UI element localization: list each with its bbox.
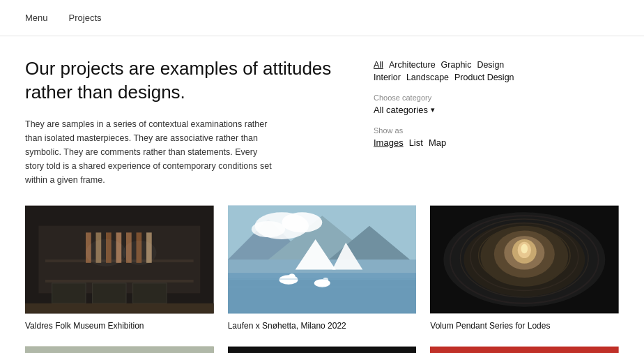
- menu-button[interactable]: Menu: [25, 13, 48, 23]
- svg-rect-3: [45, 280, 194, 283]
- gallery-section: Valdres Folk Museum Exhibition: [0, 187, 644, 353]
- gallery-item-4[interactable]: [25, 345, 214, 353]
- chevron-down-icon: ▾: [431, 105, 435, 114]
- gallery-grid-row2: [25, 345, 619, 353]
- filter-tag-all[interactable]: All: [374, 60, 383, 70]
- main-section: Our projects are examples of attitudes r…: [0, 36, 644, 187]
- category-label: Choose category: [374, 93, 527, 102]
- category-select-text[interactable]: All categories: [374, 105, 428, 115]
- svg-rect-61: [430, 346, 619, 353]
- svg-rect-33: [228, 278, 417, 280]
- gallery-item-3[interactable]: Volum Pendant Series for Lodes: [430, 204, 619, 331]
- gallery-image-1: [25, 204, 214, 315]
- svg-rect-14: [25, 303, 214, 313]
- gallery-item-5[interactable]: [228, 345, 417, 353]
- view-label: Show as: [374, 126, 527, 135]
- view-options: Images List Map: [374, 137, 527, 148]
- filter-tag-product-design[interactable]: Product Design: [454, 73, 514, 82]
- filter-tag-interior[interactable]: Interior: [374, 73, 401, 82]
- gallery-item-2[interactable]: Laufen x Snøhetta, Milano 2022: [228, 204, 417, 331]
- gallery-caption-1: Valdres Folk Museum Exhibition: [25, 321, 214, 331]
- svg-rect-56: [228, 346, 417, 353]
- gallery-image-6: [430, 345, 619, 353]
- svg-rect-26: [228, 273, 417, 278]
- gallery-image-2: [228, 204, 417, 315]
- filter-sidebar: All Architecture Graphic Design Interior…: [374, 57, 527, 187]
- svg-point-15: [86, 239, 126, 266]
- gallery-image-4: [25, 345, 214, 353]
- filter-tag-landscape[interactable]: Landscape: [406, 73, 449, 82]
- view-option-map[interactable]: Map: [429, 137, 446, 148]
- filter-tag-architecture[interactable]: Architecture: [389, 60, 436, 70]
- view-option-list[interactable]: List: [409, 137, 423, 148]
- hero-description: They are samples in a series of contextu…: [25, 117, 276, 187]
- svg-rect-55: [25, 346, 214, 353]
- gallery-grid-row1: Valdres Folk Museum Exhibition: [25, 204, 619, 331]
- gallery-item-1[interactable]: Valdres Folk Museum Exhibition: [25, 204, 214, 331]
- svg-rect-12: [93, 283, 126, 303]
- svg-point-16: [123, 241, 156, 265]
- filter-tag-design[interactable]: Design: [477, 60, 504, 70]
- svg-rect-34: [228, 286, 417, 287]
- svg-point-24: [251, 220, 284, 236]
- filter-tag-graphic[interactable]: Graphic: [441, 60, 472, 70]
- svg-rect-11: [52, 283, 86, 303]
- hero-title: Our projects are examples of attitudes r…: [25, 57, 346, 105]
- category-select-row[interactable]: All categories ▾: [374, 105, 527, 115]
- svg-point-43: [521, 243, 528, 253]
- gallery-caption-2: Laufen x Snøhetta, Milano 2022: [228, 321, 417, 331]
- svg-point-30: [289, 273, 296, 279]
- header: Menu Projects: [0, 0, 644, 36]
- gallery-image-3: [430, 204, 619, 315]
- filter-tag-list: All Architecture Graphic Design Interior…: [374, 60, 527, 82]
- view-option-images[interactable]: Images: [374, 137, 404, 148]
- gallery-item-6[interactable]: [430, 345, 619, 353]
- gallery-caption-3: Volum Pendant Series for Lodes: [430, 321, 619, 331]
- gallery-image-5: [228, 345, 417, 353]
- hero-content: Our projects are examples of attitudes r…: [25, 57, 346, 187]
- breadcrumb-projects: Projects: [69, 13, 102, 23]
- svg-point-23: [282, 212, 322, 232]
- svg-rect-13: [133, 283, 167, 303]
